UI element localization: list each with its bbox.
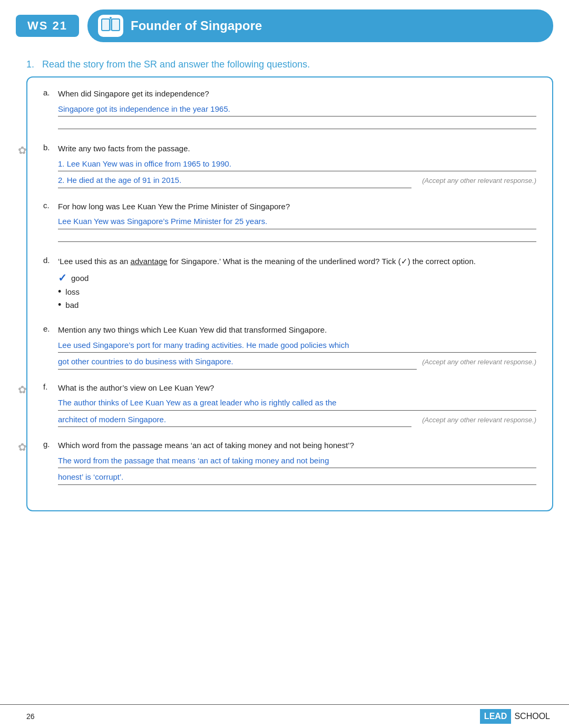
answer-e-2: got other countries to do business with … [58,356,417,370]
page-number: 26 [26,712,35,721]
answer-g-1: The word from the passage that means ‘an… [58,455,536,469]
question-g: ✿ g. Which word from the passage means ‘… [43,440,536,488]
svg-point-4 [110,17,112,19]
instruction-number: 1. [26,59,34,70]
answer-b-1: 1. Lee Kuan Yew was in office from 1965 … [58,158,536,172]
question-text-b: Write any two facts from the passage. [58,143,536,155]
answer-g-2: honest’ is ‘corrupt’. [58,471,536,485]
label-c: c. [43,201,58,210]
bullet-icon-loss: • [58,286,61,297]
content-box: a. When did Singapore get its independen… [26,76,553,511]
page-header: WS 21 Founder of Singapore [0,0,569,47]
answer-b-2: 2. He died at the age of 91 in 2015. [58,174,411,188]
content-c: For how long was Lee Kuan Yew the Prime … [58,201,536,246]
option-good: ✓ good [58,271,536,284]
page-title: Founder of Singapore [131,18,262,33]
content-f: What is the author’s view on Lee Kuan Ye… [58,382,536,431]
label-e: e. [43,324,58,333]
question-c: c. For how long was Lee Kuan Yew the Pri… [43,201,536,246]
option-loss-label: loss [65,287,80,296]
accept-note-e: (Accept any other relevant response.) [422,358,536,366]
bullet-icon-bad: • [58,299,61,310]
answer-f-2: architect of modern Singapore. [58,414,411,428]
ws-badge: WS 21 [16,15,79,37]
school-label: SCHOOL [511,709,553,724]
option-list-d: ✓ good • loss • bad [58,271,536,310]
instruction-text: Read the story from the SR and answer th… [42,59,310,70]
accept-note-b: (Accept any other relevant response.) [422,177,536,185]
sun-icon-f: ✿ [18,383,27,396]
content-b: Write any two facts from the passage. 1.… [58,143,536,191]
option-loss: • loss [58,286,536,297]
sun-icon-b: ✿ [18,144,27,157]
blank-line-a [58,120,536,129]
label-a: a. [43,88,58,97]
svg-rect-1 [112,19,120,31]
option-good-label: good [71,274,89,283]
content-d: ‘Lee used this as an advantage for Singa… [58,256,536,315]
label-d: d. [43,256,58,265]
label-g: g. [43,440,58,449]
rc-icon [98,15,123,37]
question-f: ✿ f. What is the author’s view on Lee Ku… [43,382,536,431]
lead-school-badge: LEAD SCHOOL [480,709,553,724]
question-text-f: What is the author’s view on Lee Kuan Ye… [58,382,536,394]
answer-c: Lee Kuan Yew was Singapore’s Prime Minis… [58,216,536,229]
option-bad-label: bad [65,300,79,309]
accept-note-f: (Accept any other relevant response.) [422,416,536,424]
label-f: f. [43,382,58,391]
question-text-c: For how long was Lee Kuan Yew the Prime … [58,201,536,213]
page-footer: 26 LEAD SCHOOL [0,704,569,728]
question-d: d. ‘Lee used this as an advantage for Si… [43,256,536,315]
question-text-g: Which word from the passage means ‘an ac… [58,440,536,452]
answer-e: Lee used Singapore’s port for many tradi… [58,339,536,353]
content-a: When did Singapore get its independence?… [58,88,536,133]
answer-f-1: The author thinks of Lee Kuan Yew as a g… [58,397,536,411]
title-pill: Founder of Singapore [87,9,553,42]
main-instruction: 1. Read the story from the SR and answer… [0,47,569,76]
sun-icon-g: ✿ [18,441,27,453]
question-e: e. Mention any two things which Lee Kuan… [43,324,536,373]
question-text-e: Mention any two things which Lee Kuan Ye… [58,324,536,336]
lead-label: LEAD [480,709,512,724]
blank-line-c [58,232,536,242]
option-bad: • bad [58,299,536,310]
question-text-a: When did Singapore get its independence? [58,88,536,100]
svg-rect-0 [102,19,110,31]
label-b: b. [43,143,58,152]
underlined-word: advantage [131,257,168,266]
question-a: a. When did Singapore get its independen… [43,88,536,133]
answer-a: Singapore got its independence in the ye… [58,103,536,117]
checkmark-icon: ✓ [58,271,67,284]
question-b: ✿ b. Write any two facts from the passag… [43,143,536,191]
content-e: Mention any two things which Lee Kuan Ye… [58,324,536,373]
question-text-d: ‘Lee used this as an advantage for Singa… [58,256,536,268]
content-g: Which word from the passage means ‘an ac… [58,440,536,488]
